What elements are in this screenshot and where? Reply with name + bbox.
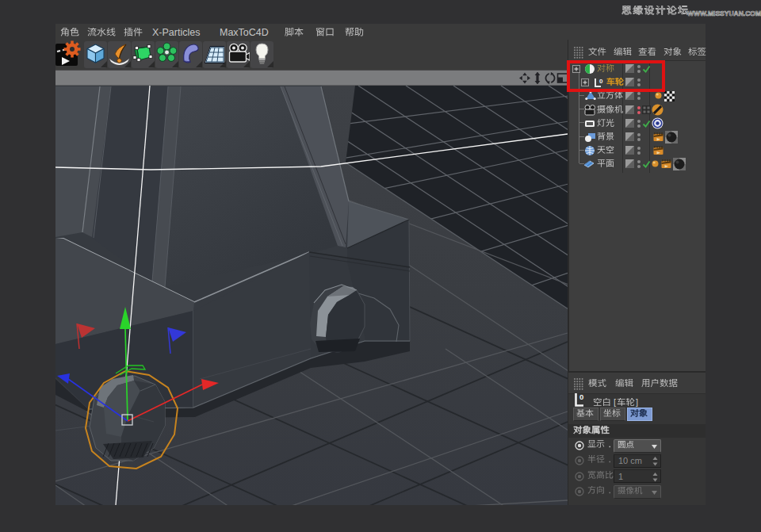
svg-text:0: 0: [579, 392, 583, 401]
